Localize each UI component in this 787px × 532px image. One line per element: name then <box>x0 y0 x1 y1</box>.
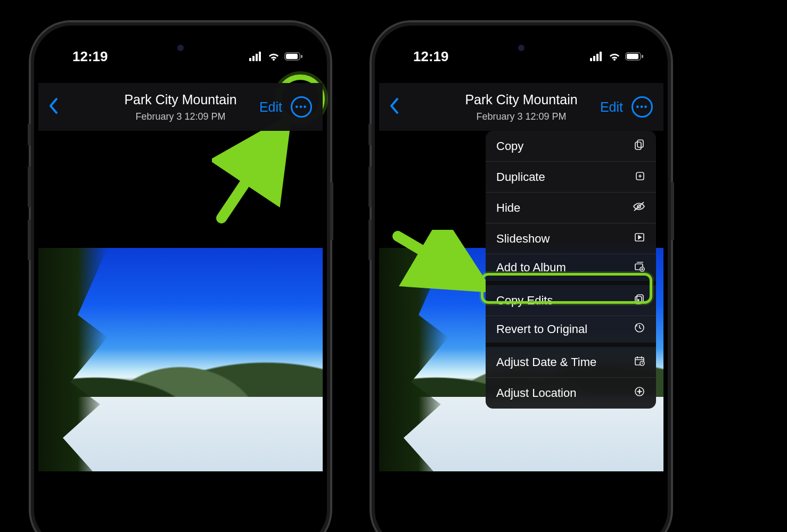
context-menu: Copy Duplicate Hide Slideshow Add to Alb… <box>486 131 656 409</box>
hide-icon <box>633 201 645 215</box>
edit-button[interactable]: Edit <box>600 99 623 115</box>
svg-line-30 <box>398 236 476 282</box>
cellular-icon <box>590 48 604 65</box>
svg-rect-0 <box>249 58 251 61</box>
annotation-arrow <box>391 230 487 299</box>
menu-item-adjust-date[interactable]: Adjust Date & Time <box>486 347 656 378</box>
notch <box>130 33 231 63</box>
phone-left: 12:19 Park City Mountain February 3 12:0… <box>29 20 332 532</box>
menu-label: Slideshow <box>496 232 550 246</box>
svg-rect-1 <box>252 56 255 61</box>
more-button[interactable]: ••• <box>632 96 653 118</box>
navbar: Park City Mountain February 3 12:09 PM E… <box>38 83 323 131</box>
edit-button[interactable]: Edit <box>259 99 282 115</box>
svg-rect-14 <box>642 55 643 58</box>
svg-rect-10 <box>596 54 599 61</box>
battery-icon <box>284 48 304 65</box>
back-button[interactable] <box>48 97 59 117</box>
nav-subtitle: February 3 12:09 PM <box>124 111 236 123</box>
album-icon <box>634 260 645 275</box>
navbar: Park City Mountain February 3 12:09 PM E… <box>379 83 663 131</box>
svg-line-7 <box>222 131 280 218</box>
menu-item-copy-edits[interactable]: Copy Edits <box>486 285 656 316</box>
menu-label: Hide <box>496 201 520 215</box>
svg-rect-9 <box>593 56 595 61</box>
svg-rect-2 <box>256 54 258 61</box>
menu-item-slideshow[interactable]: Slideshow <box>486 223 656 254</box>
notch <box>471 33 572 63</box>
menu-label: Revert to Original <box>496 322 587 336</box>
photo-viewer[interactable] <box>38 248 323 471</box>
menu-label: Adjust Location <box>496 386 576 400</box>
nav-title: Park City Mountain <box>124 91 236 109</box>
battery-icon <box>625 48 644 65</box>
menu-label: Copy <box>496 139 523 153</box>
menu-item-duplicate[interactable]: Duplicate <box>486 162 656 193</box>
menu-item-hide[interactable]: Hide <box>486 193 656 223</box>
revert-icon <box>634 322 645 337</box>
svg-rect-11 <box>600 52 602 61</box>
menu-item-add-to-album[interactable]: Add to Album <box>486 254 656 285</box>
location-icon <box>634 386 645 401</box>
svg-point-29 <box>638 390 640 392</box>
menu-item-adjust-location[interactable]: Adjust Location <box>486 378 656 409</box>
copy-icon <box>634 139 645 154</box>
svg-rect-23 <box>637 295 643 302</box>
wifi-icon <box>267 48 280 65</box>
more-button[interactable]: ••• <box>291 96 312 118</box>
svg-rect-8 <box>590 58 592 61</box>
annotation-arrow <box>212 116 297 228</box>
slideshow-icon <box>634 231 645 246</box>
copy-edits-icon <box>634 293 645 308</box>
menu-item-revert[interactable]: Revert to Original <box>486 316 656 347</box>
svg-rect-3 <box>259 52 261 61</box>
cellular-icon <box>249 48 263 65</box>
wifi-icon <box>608 48 621 65</box>
svg-rect-5 <box>286 54 298 59</box>
nav-subtitle: February 3 12:09 PM <box>465 111 577 123</box>
menu-label: Copy Edits <box>496 294 553 307</box>
duplicate-icon <box>634 170 645 185</box>
menu-label: Duplicate <box>496 170 545 184</box>
svg-rect-16 <box>635 142 641 149</box>
back-button[interactable] <box>389 97 399 117</box>
nav-title: Park City Mountain <box>465 91 577 109</box>
menu-label: Adjust Date & Time <box>496 355 596 369</box>
svg-rect-6 <box>301 55 302 58</box>
svg-rect-15 <box>637 140 643 147</box>
status-time: 12:19 <box>72 48 108 65</box>
calendar-icon <box>634 355 645 370</box>
menu-item-copy[interactable]: Copy <box>486 131 656 162</box>
menu-label: Add to Album <box>496 261 566 275</box>
status-time: 12:19 <box>413 48 449 65</box>
svg-rect-13 <box>627 54 638 59</box>
